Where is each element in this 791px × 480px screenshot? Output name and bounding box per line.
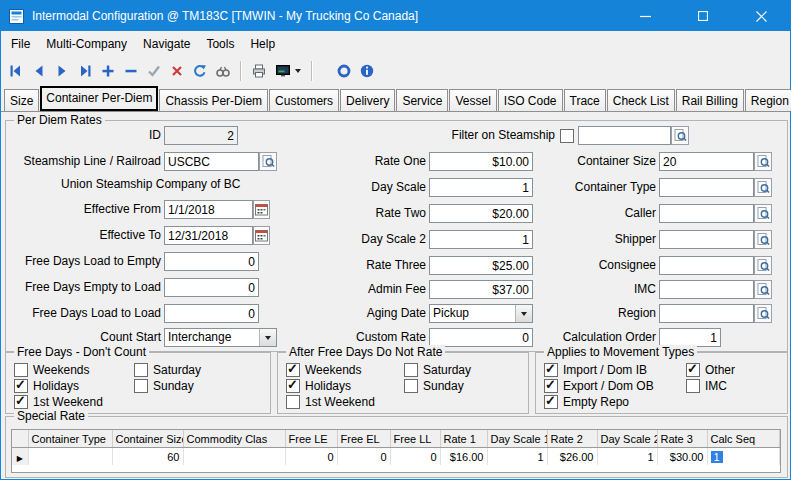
grid-column-header[interactable]: Day Scale 2 (597, 430, 657, 448)
tab-check-list[interactable]: Check List (607, 89, 675, 111)
row-selector[interactable] (12, 448, 28, 466)
mt-other-checkbox[interactable] (686, 363, 700, 377)
day-scale-field[interactable] (429, 178, 533, 197)
region-lookup-button[interactable] (754, 304, 772, 323)
grid-column-header[interactable]: Free LE (285, 430, 337, 448)
imc-field[interactable] (659, 280, 754, 299)
tab-size[interactable]: Size (4, 89, 39, 111)
filter-on-steamship-field[interactable] (578, 126, 671, 145)
effective-from-field[interactable] (164, 200, 253, 219)
aging-date-dropdown-button[interactable] (515, 305, 532, 322)
tab-service[interactable]: Service (396, 89, 448, 111)
menu-help[interactable]: Help (242, 33, 283, 55)
cancel-edit-icon[interactable] (168, 62, 186, 80)
free-days-load-to-empty-field[interactable] (164, 252, 259, 271)
fd-saturday-checkbox[interactable] (134, 363, 148, 377)
grid-column-header[interactable]: Container Size (112, 430, 183, 448)
admin-fee-field[interactable] (429, 280, 533, 299)
effective-from-calendar-button[interactable] (253, 200, 270, 219)
grid-cell[interactable]: $16.00 (440, 448, 487, 466)
grid-column-header[interactable]: Free LL (390, 430, 440, 448)
tab-vessel[interactable]: Vessel (449, 89, 496, 111)
free-days-load-to-load-field[interactable] (164, 304, 259, 323)
grid-cell[interactable]: $26.00 (547, 448, 597, 466)
delete-record-icon[interactable] (122, 62, 140, 80)
add-record-icon[interactable] (99, 62, 117, 80)
mt-empty-repo-checkbox[interactable] (544, 395, 558, 409)
mt-import-dom-ib-checkbox[interactable] (544, 363, 558, 377)
grid-column-header[interactable]: Free EL (337, 430, 390, 448)
aging-date-combo[interactable]: Pickup (429, 304, 533, 323)
grid-column-header[interactable]: Calc Seq (707, 430, 780, 448)
afd-sunday-checkbox[interactable] (404, 379, 418, 393)
caller-field[interactable] (659, 204, 754, 223)
steamship-field[interactable] (164, 152, 259, 171)
tab-customers[interactable]: Customers (269, 89, 339, 111)
afd-weekends-checkbox[interactable] (286, 363, 300, 377)
menu-multi-company[interactable]: Multi-Company (38, 33, 135, 55)
grid-cell[interactable]: 1 (487, 448, 547, 466)
screen-view-icon[interactable] (273, 62, 303, 80)
imc-lookup-button[interactable] (754, 280, 772, 299)
effective-to-calendar-button[interactable] (253, 226, 270, 245)
grid-column-header[interactable]: Rate 3 (657, 430, 707, 448)
tab-trace[interactable]: Trace (564, 89, 606, 111)
grid-cell[interactable] (183, 448, 285, 466)
grid-cell[interactable]: 60 (112, 448, 183, 466)
id-field[interactable] (164, 126, 238, 145)
grid-column-header[interactable]: Commodity Clas (183, 430, 285, 448)
consignee-field[interactable] (659, 256, 754, 275)
previous-record-icon[interactable] (30, 62, 48, 80)
filter-on-steamship-lookup-button[interactable] (671, 126, 689, 145)
tab-container-per-diem[interactable]: Container Per-Diem (40, 86, 158, 111)
close-button[interactable] (732, 1, 790, 31)
container-type-field[interactable] (659, 178, 754, 197)
afd-1st-weekend-checkbox[interactable] (286, 395, 300, 409)
preview-icon[interactable] (214, 62, 232, 80)
tab-region[interactable]: Region (745, 89, 791, 111)
afd-holidays-checkbox[interactable] (286, 379, 300, 393)
container-type-lookup-button[interactable] (754, 178, 772, 197)
grid-cell-selected[interactable]: 1 (707, 448, 780, 466)
grid-cell[interactable]: 0 (337, 448, 390, 466)
region-field[interactable] (659, 304, 754, 323)
afd-saturday-checkbox[interactable] (404, 363, 418, 377)
shipper-lookup-button[interactable] (754, 230, 772, 249)
info-icon[interactable] (358, 62, 376, 80)
fd-holidays-checkbox[interactable] (14, 379, 28, 393)
rate-one-field[interactable] (429, 152, 533, 171)
grid-column-header[interactable]: Rate 2 (547, 430, 597, 448)
free-days-empty-to-load-field[interactable] (164, 278, 259, 297)
filter-on-steamship-checkbox[interactable] (560, 129, 574, 143)
grid-cell[interactable]: $30.00 (657, 448, 707, 466)
minimize-button[interactable] (616, 1, 674, 31)
next-record-icon[interactable] (53, 62, 71, 80)
maximize-button[interactable] (674, 1, 732, 31)
grid-cell[interactable]: 1 (597, 448, 657, 466)
fd-weekends-checkbox[interactable] (14, 363, 28, 377)
count-start-dropdown-button[interactable] (259, 329, 276, 346)
grid-column-header[interactable]: Day Scale 1 (487, 430, 547, 448)
effective-to-field[interactable] (164, 226, 253, 245)
grid-cell[interactable]: 0 (390, 448, 440, 466)
last-record-icon[interactable] (76, 62, 94, 80)
menu-tools[interactable]: Tools (198, 33, 242, 55)
menu-navigate[interactable]: Navigate (135, 33, 198, 55)
first-record-icon[interactable] (7, 62, 25, 80)
grid-cell[interactable]: 0 (285, 448, 337, 466)
grid-column-header[interactable]: Rate 1 (440, 430, 487, 448)
container-size-lookup-button[interactable] (754, 152, 772, 171)
rate-two-field[interactable] (429, 204, 533, 223)
tab-delivery[interactable]: Delivery (340, 89, 395, 111)
print-icon[interactable] (250, 62, 268, 80)
steamship-lookup-button[interactable] (259, 152, 277, 171)
grid-cell[interactable] (28, 448, 112, 466)
grid-column-header[interactable]: Container Type (28, 430, 112, 448)
save-record-icon[interactable] (145, 62, 163, 80)
count-start-combo[interactable]: Interchange (164, 328, 277, 347)
mt-imc-checkbox[interactable] (686, 379, 700, 393)
tab-rail-billing[interactable]: Rail Billing (676, 89, 744, 111)
fd-sunday-checkbox[interactable] (134, 379, 148, 393)
consignee-lookup-button[interactable] (754, 256, 772, 275)
day-scale-2-field[interactable] (429, 230, 533, 249)
